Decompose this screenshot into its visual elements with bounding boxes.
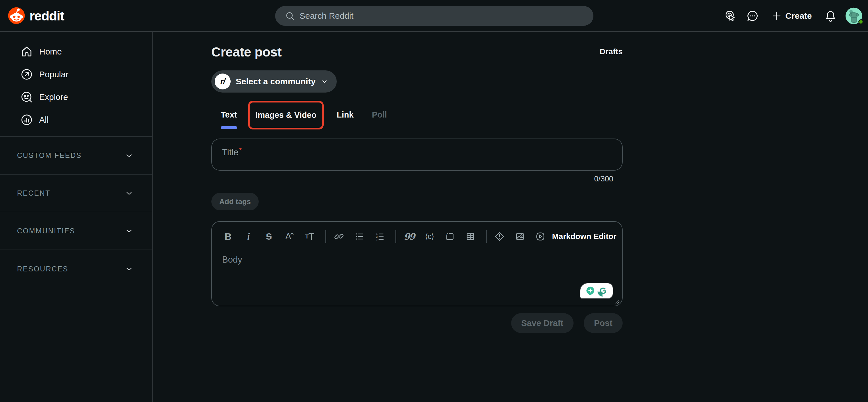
search-icon	[285, 11, 295, 21]
code-block-icon: c	[445, 231, 455, 241]
plus-icon	[771, 10, 782, 21]
superscript-button[interactable]: Aˆ	[281, 229, 298, 245]
popular-icon	[20, 67, 33, 81]
required-asterisk: *	[239, 146, 242, 155]
sidebar-item-explore[interactable]: Explore	[0, 86, 152, 109]
notifications-button[interactable]	[822, 7, 840, 25]
reddit-app: reddit	[0, 0, 868, 402]
tab-images-video[interactable]: Images & Video	[255, 110, 316, 120]
bold-button[interactable]: B	[219, 229, 237, 245]
chevron-down-icon	[321, 78, 328, 85]
sidebar-item-label: Home	[39, 47, 62, 57]
chat-button[interactable]	[743, 7, 762, 25]
body-editor[interactable]: B i S Aˆ TT	[211, 221, 623, 306]
inline-code-button[interactable]: ⟨c⟩	[421, 229, 438, 245]
numbered-list-icon: 1 2 3	[375, 231, 385, 241]
post-button[interactable]: Post	[584, 313, 623, 333]
community-selector-label: Select a community	[236, 77, 316, 86]
community-selector[interactable]: r/ Select a community	[211, 70, 337, 92]
create-label: Create	[785, 11, 812, 21]
sidebar-item-label: Explore	[39, 92, 68, 102]
tab-poll[interactable]: Poll	[372, 110, 387, 119]
link-button[interactable]	[330, 229, 348, 245]
strikethrough-button[interactable]: S	[260, 229, 278, 245]
chevron-down-icon	[125, 227, 133, 235]
page-header: Create post Drafts	[211, 44, 623, 60]
reddit-logo[interactable]: reddit	[7, 6, 64, 25]
home-icon	[20, 45, 33, 58]
sidebar-item-popular[interactable]: Popular	[0, 63, 152, 86]
code-block-button[interactable]: c	[441, 229, 459, 245]
sidebar-item-label: All	[39, 115, 49, 125]
grammarly-suggestion-icon	[585, 285, 596, 297]
chevron-down-icon	[125, 151, 133, 160]
bullet-list-icon	[354, 231, 365, 241]
heading-button[interactable]: TT	[301, 229, 318, 245]
tab-link[interactable]: Link	[337, 110, 354, 119]
title-input[interactable]: Title*	[211, 139, 623, 171]
editor-toolbar: B i S Aˆ TT	[212, 226, 622, 247]
table-icon	[465, 231, 475, 241]
chevron-down-icon	[125, 265, 133, 274]
grammarly-g-icon: G	[597, 285, 609, 297]
sidebar-section-custom-feeds[interactable]: CUSTOM FEEDS	[0, 137, 152, 175]
spoiler-button[interactable]	[491, 229, 508, 245]
sidebar-section-resources[interactable]: RESOURCES	[0, 250, 152, 288]
sidebar-section-communities[interactable]: COMMUNITIES	[0, 212, 152, 250]
video-icon	[535, 231, 546, 241]
body-placeholder: Body	[222, 255, 242, 265]
annotation-highlight-box: Images & Video	[248, 101, 324, 130]
post-type-tabs: Text Images & Video Link Poll	[211, 101, 623, 134]
markdown-editor-label[interactable]: Markdown Editor	[552, 232, 628, 241]
create-post-button[interactable]: Create	[766, 7, 817, 25]
image-upload-button[interactable]	[511, 229, 529, 245]
link-icon	[334, 231, 344, 241]
top-navigation-bar: reddit	[0, 0, 868, 32]
body-text-area[interactable]: Body	[212, 247, 622, 272]
sidebar-section-recent[interactable]: RECENT	[0, 175, 152, 212]
bullet-list-button[interactable]	[351, 229, 368, 245]
spoiler-icon	[494, 231, 505, 241]
quote-button[interactable]: 99	[400, 229, 418, 245]
left-sidebar: Home Popular Explore All	[0, 32, 153, 402]
add-tags-label: Add tags	[219, 197, 251, 206]
save-draft-button[interactable]: Save Draft	[511, 313, 574, 333]
sidebar-item-all[interactable]: All	[0, 109, 152, 131]
svg-text:2: 2	[376, 235, 377, 238]
r-slash-text: r/	[220, 77, 225, 86]
active-tab-underline	[221, 126, 237, 129]
topbar-actions: Create	[721, 0, 863, 32]
all-icon	[20, 113, 33, 126]
add-tags-button[interactable]: Add tags	[211, 193, 259, 210]
title-placeholder: Title	[222, 147, 238, 157]
video-upload-button[interactable]	[532, 229, 549, 245]
tab-text[interactable]: Text	[221, 110, 237, 119]
search-bar[interactable]	[275, 6, 593, 26]
resize-handle[interactable]	[614, 298, 620, 305]
advertise-button[interactable]	[721, 7, 740, 25]
numbered-list-button[interactable]: 1 2 3	[371, 229, 389, 245]
community-r-icon: r/	[215, 74, 230, 89]
online-status-dot	[858, 19, 864, 24]
user-avatar[interactable]	[845, 7, 863, 25]
create-post-form: Create post Drafts r/ Select a community…	[211, 32, 623, 402]
grammarly-widget[interactable]: G	[580, 283, 613, 298]
chat-icon	[746, 9, 759, 23]
page-title: Create post	[211, 44, 282, 60]
toolbar-divider	[396, 230, 396, 243]
drafts-button[interactable]: Drafts	[600, 47, 623, 60]
search-input[interactable]	[300, 11, 555, 21]
section-label: RECENT	[17, 189, 51, 197]
explore-icon	[20, 90, 33, 104]
main-area: Create post Drafts r/ Select a community…	[153, 32, 868, 402]
sidebar-item-home[interactable]: Home	[0, 40, 152, 63]
chevron-down-icon	[125, 189, 133, 198]
image-icon	[515, 231, 525, 241]
italic-button[interactable]: i	[240, 229, 257, 245]
section-label: COMMUNITIES	[17, 227, 75, 235]
table-button[interactable]	[462, 229, 479, 245]
bell-icon	[824, 10, 837, 22]
toolbar-divider	[486, 230, 487, 243]
title-char-counter: 0/300	[594, 175, 613, 183]
form-actions: Save Draft Post	[511, 313, 623, 333]
